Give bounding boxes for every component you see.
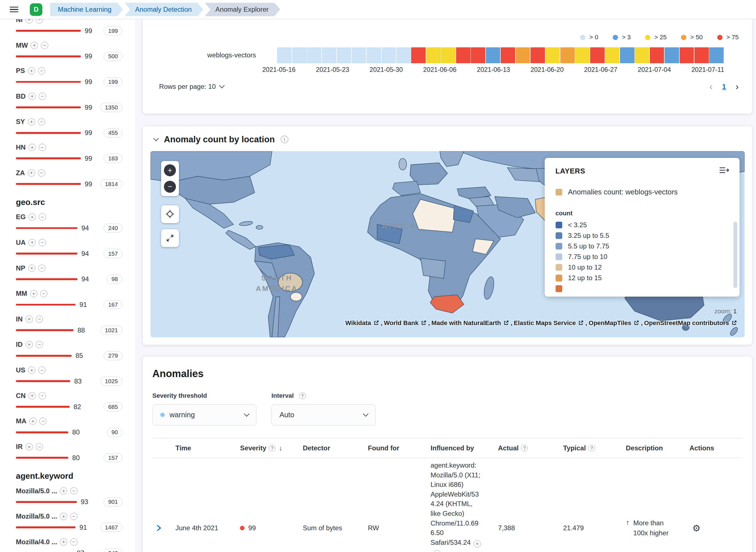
zoom-out-button[interactable]: − bbox=[164, 181, 176, 193]
remove-filter-icon[interactable]: − bbox=[70, 513, 78, 520]
swimlane-cell[interactable] bbox=[620, 47, 635, 63]
remove-filter-icon[interactable]: − bbox=[38, 265, 45, 272]
add-filter-icon[interactable]: + bbox=[28, 239, 36, 246]
add-filter-icon[interactable]: + bbox=[60, 538, 67, 546]
swimlane-cell[interactable] bbox=[337, 47, 351, 63]
remove-filter-icon[interactable]: − bbox=[70, 538, 78, 546]
remove-filter-icon[interactable]: − bbox=[36, 19, 43, 23]
swimlane-cell[interactable] bbox=[366, 47, 381, 63]
next-page-button[interactable]: › bbox=[736, 81, 739, 92]
swimlane-cell[interactable] bbox=[546, 47, 560, 63]
remove-filter-icon[interactable]: − bbox=[39, 239, 46, 246]
add-filter-icon[interactable]: + bbox=[60, 513, 67, 520]
gear-icon[interactable]: ⚙ bbox=[692, 523, 700, 534]
swimlane-cell[interactable] bbox=[426, 47, 441, 63]
remove-filter-icon[interactable]: − bbox=[70, 488, 78, 495]
add-filter-icon[interactable]: + bbox=[26, 341, 33, 348]
layers-collapse-icon[interactable] bbox=[720, 166, 729, 175]
swimlane-cell[interactable] bbox=[665, 47, 679, 63]
add-filter-icon[interactable]: + bbox=[28, 213, 36, 221]
swimlane-cell[interactable] bbox=[709, 47, 724, 63]
add-filter-icon[interactable]: + bbox=[31, 42, 38, 49]
attribution-link[interactable]: OpenMapTiles, bbox=[588, 319, 643, 327]
remove-filter-icon[interactable]: − bbox=[36, 443, 43, 450]
swimlane-cell[interactable] bbox=[680, 47, 694, 63]
swimlane-cell[interactable] bbox=[531, 47, 545, 63]
world-map[interactable]: AFRICA SOUTH AMERICA + − bbox=[150, 151, 745, 337]
swimlane-cell[interactable] bbox=[397, 47, 411, 63]
breadcrumb-item[interactable]: Anomaly Explorer bbox=[205, 3, 281, 16]
space-avatar[interactable]: D bbox=[30, 3, 42, 16]
add-filter-icon[interactable]: + bbox=[30, 290, 37, 297]
swimlane-cell[interactable] bbox=[307, 47, 321, 63]
add-filter-icon[interactable]: + bbox=[26, 315, 33, 323]
swimlane-cell[interactable] bbox=[352, 47, 366, 63]
remove-filter-icon[interactable]: − bbox=[38, 367, 45, 374]
add-filter-icon[interactable]: + bbox=[29, 417, 36, 425]
swimlane-cell[interactable] bbox=[650, 47, 664, 63]
add-filter-icon[interactable]: + bbox=[28, 392, 36, 399]
previous-page-button[interactable]: ‹ bbox=[710, 81, 713, 92]
layer-item[interactable]: Anomalies count: weblogs-vectors bbox=[556, 188, 729, 196]
remove-filter-icon[interactable]: − bbox=[39, 144, 46, 151]
add-filter-icon[interactable]: + bbox=[28, 265, 35, 272]
menu-button[interactable] bbox=[5, 0, 23, 19]
add-filter-icon[interactable]: + bbox=[28, 93, 36, 100]
swimlane-cell[interactable] bbox=[262, 47, 277, 63]
swimlane-cell[interactable] bbox=[322, 47, 336, 63]
severity-threshold-select[interactable]: warning bbox=[152, 404, 257, 426]
locate-button[interactable] bbox=[161, 205, 179, 223]
swimlane-cell[interactable] bbox=[635, 47, 649, 63]
swimlane-cell[interactable] bbox=[411, 47, 426, 63]
add-filter-icon[interactable]: + bbox=[60, 488, 67, 495]
fullscreen-map-button[interactable] bbox=[161, 229, 179, 247]
remove-filter-icon[interactable]: − bbox=[40, 290, 47, 297]
layers-scrollbar[interactable] bbox=[733, 222, 737, 288]
swimlane-cell[interactable] bbox=[575, 47, 589, 63]
swimlane-cell[interactable] bbox=[292, 47, 307, 63]
interval-select[interactable]: Auto bbox=[272, 404, 376, 426]
attribution-link[interactable]: Elastic Maps Service, bbox=[514, 319, 587, 327]
remove-filter-icon[interactable]: − bbox=[38, 118, 45, 126]
column-actual[interactable]: Actual? bbox=[494, 444, 559, 452]
swimlane-cell[interactable] bbox=[456, 47, 470, 63]
info-icon[interactable]: i bbox=[281, 136, 289, 143]
remove-filter-icon[interactable]: − bbox=[36, 341, 43, 348]
page-number-button[interactable]: 1 bbox=[722, 83, 726, 91]
column-typical[interactable]: Typical? bbox=[559, 444, 622, 452]
swimlane-cell[interactable] bbox=[441, 47, 455, 63]
add-filter-icon[interactable]: + bbox=[28, 367, 35, 374]
column-detector[interactable]: Detector bbox=[299, 444, 364, 452]
help-icon[interactable]: ? bbox=[299, 392, 306, 399]
add-filter-icon[interactable]: + bbox=[28, 144, 36, 151]
remove-filter-icon[interactable]: − bbox=[39, 213, 46, 221]
remove-filter-icon[interactable]: − bbox=[41, 42, 48, 49]
column-time[interactable]: Time bbox=[172, 444, 236, 452]
swimlane-cell[interactable] bbox=[516, 47, 530, 63]
swimlane-cell[interactable] bbox=[382, 47, 396, 63]
breadcrumb-item[interactable]: Anomaly Detection bbox=[125, 3, 204, 16]
remove-filter-icon[interactable]: − bbox=[39, 93, 46, 100]
attribution-link[interactable]: World Bank, bbox=[384, 319, 430, 327]
add-filter-icon[interactable]: + bbox=[26, 19, 33, 23]
swimlane-cell[interactable] bbox=[486, 47, 500, 63]
column-influenced-by[interactable]: Influenced by bbox=[427, 444, 494, 452]
swimlane-cell[interactable] bbox=[277, 47, 292, 63]
breadcrumb-item[interactable]: Machine Learning bbox=[50, 3, 123, 16]
swimlane-cell[interactable] bbox=[560, 47, 575, 63]
column-found-for[interactable]: Found for bbox=[364, 444, 427, 452]
swimlane-cell[interactable] bbox=[694, 47, 709, 63]
remove-filter-icon[interactable]: − bbox=[36, 315, 43, 323]
swimlane-cell[interactable] bbox=[501, 47, 515, 63]
column-severity[interactable]: Severity?↓ bbox=[236, 444, 299, 452]
swimlane-cell[interactable] bbox=[605, 47, 619, 63]
swimlane-cell[interactable] bbox=[471, 47, 485, 63]
zoom-in-button[interactable]: + bbox=[164, 164, 176, 176]
remove-filter-icon[interactable]: − bbox=[39, 392, 46, 399]
expand-row-button[interactable] bbox=[156, 524, 162, 532]
add-filter-icon[interactable]: + bbox=[26, 443, 33, 450]
remove-filter-icon[interactable]: − bbox=[39, 417, 46, 425]
attribution-link[interactable]: Made with NaturalEarth, bbox=[431, 319, 512, 327]
add-influencer-filter-icon[interactable]: + bbox=[473, 540, 481, 548]
remove-filter-icon[interactable]: − bbox=[38, 67, 45, 75]
